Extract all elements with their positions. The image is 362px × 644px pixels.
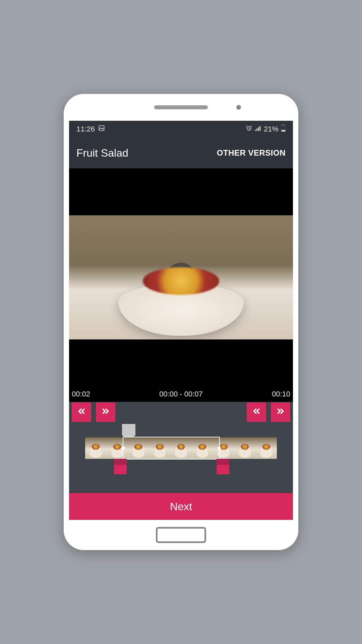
status-time: 11:26 [76,125,95,133]
thumbnail [107,437,128,459]
thumbnail [213,437,234,459]
signal-icon [255,125,261,133]
video-area: 00:02 00:00 - 00:07 00:10 [69,168,293,402]
thumbnail [85,437,107,459]
svg-rect-5 [259,126,260,131]
page-title: Fruit Salad [76,147,128,159]
play-icon [177,271,187,284]
alarm-icon [246,125,252,133]
timeline[interactable] [69,437,293,461]
trim-flags [69,459,293,476]
chevron-double-right-icon [101,406,111,419]
svg-rect-8 [282,130,285,131]
thumbnail [192,437,213,459]
battery-icon [281,124,286,134]
thumbnail [234,437,256,459]
svg-rect-4 [258,127,259,131]
chevron-double-left-icon [251,406,261,419]
other-version-button[interactable]: OTHER VERSION [217,148,286,158]
time-current: 00:02 [72,390,90,398]
phone-frame: 11:26 21% Fruit Salad OTHER VERS [64,94,298,550]
phone-top-bezel [64,94,298,121]
svg-rect-7 [283,124,284,125]
phone-bottom-bezel [64,520,298,550]
speaker-grille [154,105,208,109]
thumbnail-strip [85,437,277,459]
gallery-icon [98,125,105,133]
time-total: 00:10 [272,390,290,398]
trim-editor [69,402,293,493]
nudge-start-group [69,402,118,422]
thumbnail [128,437,149,459]
video-letterbox-top [69,168,293,215]
time-bar: 00:02 00:00 - 00:07 00:10 [69,386,293,402]
battery-percent: 21% [264,125,279,133]
nudge-start-forward-button[interactable] [96,402,115,422]
time-range: 00:00 - 00:07 [159,390,203,398]
nudge-start-back-button[interactable] [72,402,91,422]
video-preview[interactable] [69,215,293,339]
nudge-row [69,402,293,422]
thumbnail [170,437,192,459]
playhead-handle[interactable] [122,424,135,435]
screen: 11:26 21% Fruit Salad OTHER VERS [69,121,293,520]
home-button[interactable] [156,527,206,543]
thumbnail [256,437,277,459]
nudge-end-group [244,402,293,422]
nudge-end-back-button[interactable] [247,402,266,422]
nudge-end-forward-button[interactable] [271,402,290,422]
status-bar: 11:26 21% [69,121,293,138]
video-letterbox-bottom [69,339,293,386]
front-camera-dot [236,105,241,110]
next-button[interactable]: Next [69,493,293,520]
thumbnail [149,437,171,459]
trim-flag-end[interactable] [217,459,229,471]
chevron-double-right-icon [276,406,286,419]
chevron-double-left-icon [76,406,86,419]
status-right: 21% [246,124,286,134]
play-button[interactable] [166,263,196,292]
status-left: 11:26 [76,125,105,133]
svg-rect-2 [255,130,256,131]
app-header: Fruit Salad OTHER VERSION [69,138,293,168]
trim-flag-start[interactable] [114,459,127,471]
svg-rect-3 [256,128,257,131]
